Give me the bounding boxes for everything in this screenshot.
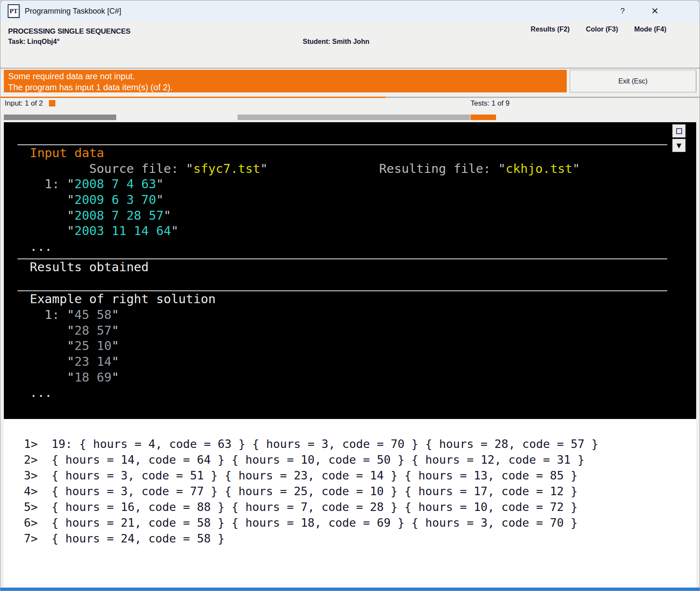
terminal-line: Input data xyxy=(4,145,696,161)
input-status-label: Input: xyxy=(5,99,23,107)
tests-status-value: 1 of 9 xyxy=(491,99,510,107)
console-line: 6> { hours = 21, code = 58 } { hours = 1… xyxy=(24,515,696,531)
task-name: Task: LinqObj4° xyxy=(8,38,60,46)
console-line: 5> { hours = 16, code = 88 } { hours = 7… xyxy=(24,499,696,515)
menu-item-color[interactable]: Color (F3) xyxy=(586,26,618,33)
console-line: 3> { hours = 3, code = 51 } { hours = 23… xyxy=(24,468,696,483)
tests-status: Tests: 1 of 9 xyxy=(470,99,510,108)
task-group-title: PROCESSING SINGLE SEQUENCES xyxy=(8,27,130,36)
status-separator-accent xyxy=(0,97,386,98)
terminal-line xyxy=(4,275,696,291)
input-status: Input: 1 of 2 xyxy=(5,99,55,108)
console-output: 1> 19: { hours = 4, code = 63 } { hours … xyxy=(4,419,696,588)
warning-line-2: The program has input 1 data item(s) (of… xyxy=(8,82,567,93)
status-separator xyxy=(386,97,700,98)
window-title: Programming Taskbook [C#] xyxy=(25,7,121,16)
terminal-line: "18 69" xyxy=(4,370,696,385)
exit-button[interactable]: Exit (Esc) xyxy=(570,70,696,92)
titlebar-buttons: ? ✕ xyxy=(613,3,700,20)
warning-banner: Some required data are not input. The pr… xyxy=(4,70,567,92)
header: PROCESSING SINGLE SEQUENCES Task: LinqOb… xyxy=(0,22,700,69)
close-icon[interactable]: ✕ xyxy=(645,3,664,20)
terminal-line: 1: "2008 7 4 63" xyxy=(4,176,696,192)
dropdown-button[interactable]: ▼ xyxy=(672,139,686,152)
menu-item-results[interactable]: Results (F2) xyxy=(531,26,570,33)
restore-icon xyxy=(676,128,682,134)
help-button[interactable]: ? xyxy=(613,3,632,20)
terminal-line: ... xyxy=(4,239,696,255)
menu-item-mode[interactable]: Mode (F4) xyxy=(634,26,666,33)
status-panel: Input: 1 of 2 Tests: 1 of 9 xyxy=(0,92,700,122)
restore-window-button[interactable] xyxy=(672,124,686,138)
terminal-line: Example of right solution xyxy=(4,291,696,307)
terminal-line: "28 57" xyxy=(4,323,696,339)
chevron-down-icon: ▼ xyxy=(677,142,682,149)
window-bottom-edge xyxy=(0,588,700,591)
terminal-line: "23 14" xyxy=(4,354,696,370)
terminal-line: Source file: "sfyc7.tst" Resulting file:… xyxy=(4,161,696,177)
terminal-lines: Input data Source file: "sfyc7.tst" Resu… xyxy=(4,144,696,401)
terminal-line: "2009 6 3 70" xyxy=(4,192,696,208)
app-window: PT Programming Taskbook [C#] ? ✕ PROCESS… xyxy=(0,0,700,591)
terminal-line: 1: "45 58" xyxy=(4,307,696,323)
terminal-line: Results obtained xyxy=(4,259,696,275)
console-lines: 1> 19: { hours = 4, code = 63 } { hours … xyxy=(24,436,696,546)
tests-status-label: Tests: xyxy=(470,99,489,107)
console-line: 1> 19: { hours = 4, code = 63 } { hours … xyxy=(24,436,696,452)
app-icon: PT xyxy=(8,4,20,18)
terminal-line: "25 10" xyxy=(4,338,696,354)
console-line: 2> { hours = 14, code = 64 } { hours = 1… xyxy=(24,452,696,468)
task-terminal: ▼ Input data Source file: "sfyc7.tst" Re… xyxy=(4,122,696,419)
console-line: 7> { hours = 24, code = 58 } xyxy=(24,531,696,546)
console-line: 4> { hours = 3, code = 77 } { hours = 25… xyxy=(24,483,696,499)
terminal-line: ... xyxy=(4,385,696,401)
terminal-line: "2003 11 14 64" xyxy=(4,223,696,239)
student-name: Student: Smith John xyxy=(303,38,369,46)
input-marker-icon xyxy=(49,100,55,106)
header-menu: Results (F2) Color (F3) Mode (F4) xyxy=(531,26,666,33)
message-row: Some required data are not input. The pr… xyxy=(0,69,700,92)
terminal-line: "2008 7 28 57" xyxy=(4,208,696,224)
input-progress-bar xyxy=(4,115,116,120)
title-bar: PT Programming Taskbook [C#] ? ✕ xyxy=(0,0,700,22)
input-status-value: 1 of 2 xyxy=(25,99,43,107)
warning-line-1: Some required data are not input. xyxy=(8,71,567,82)
tests-progress-track xyxy=(238,115,470,120)
tests-progress-bar xyxy=(470,115,496,120)
